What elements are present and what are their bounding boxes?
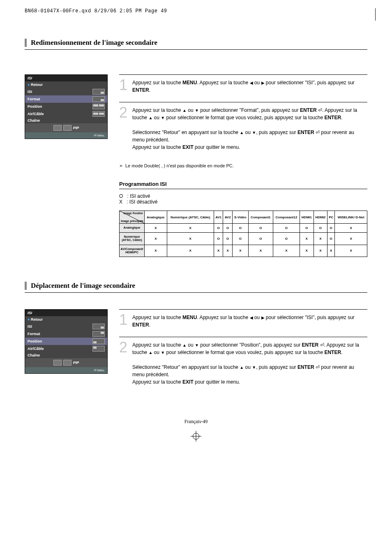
t: ou xyxy=(253,80,261,86)
key-exit: EXIT xyxy=(182,144,194,150)
cell: X xyxy=(145,233,167,245)
enter-icon: ⏎ xyxy=(320,342,324,348)
right-arrow-icon: ▶ xyxy=(261,80,265,86)
t: , puis appuyez sur xyxy=(256,364,297,370)
row-h: Numérique (ATSC, Câble) xyxy=(120,233,145,245)
osd-item-label: Air/Câble xyxy=(28,112,91,116)
registration-mark-icon xyxy=(193,433,199,440)
osd-item: Air/Câble xyxy=(25,110,107,118)
col-h: PC xyxy=(327,211,335,224)
cell: O xyxy=(327,233,335,245)
rule xyxy=(25,49,367,50)
osd-item-label: ISI xyxy=(28,90,91,94)
step-1: 1 Appuyez sur la touche MENU. Appuyez su… xyxy=(119,309,367,337)
t: . xyxy=(149,322,150,328)
t: pour sélectionner "ISI", puis appuyez su… xyxy=(265,80,355,86)
t: Appuyez sur la touche xyxy=(132,379,182,385)
col-h: HDMI2 xyxy=(314,211,327,224)
osd-footer: ⏎ Intro. xyxy=(25,367,107,373)
up-arrow-icon: ▲ xyxy=(148,115,152,121)
osd-item-label: Chaîne xyxy=(28,353,105,357)
cell: O xyxy=(314,224,327,233)
compat-table: Image Fenêtre Image principale Analogiqu… xyxy=(119,211,367,257)
step-2: 2 Appuyez sur la touche ▲ ou ▼ pour séle… xyxy=(119,337,367,394)
rule xyxy=(119,189,367,189)
note-text: Le mode Double( , ) n'est pas disponible… xyxy=(125,163,234,168)
col-h: Composant1 xyxy=(248,211,273,224)
key-menu: MENU xyxy=(182,80,197,86)
cell: O xyxy=(248,233,273,245)
osd-return: ● Retour xyxy=(25,316,107,323)
osd-item: ISI xyxy=(25,323,107,330)
row-h: Analogique xyxy=(120,224,145,233)
osd-header: ISI xyxy=(25,75,107,81)
key-enter: ENTER xyxy=(324,350,341,355)
cell: O xyxy=(214,233,223,245)
step-number: 1 xyxy=(119,76,127,94)
osd-item-label: Chaîne xyxy=(28,118,105,123)
right-arrow-icon: ▶ xyxy=(261,315,265,321)
col-h: AV1 xyxy=(214,211,223,224)
section2-title: Déplacement de l'image secondaire xyxy=(25,282,367,290)
osd-item: Position xyxy=(25,103,107,110)
rule xyxy=(25,292,367,293)
cell: O xyxy=(300,224,314,233)
osd-item-label: ISI xyxy=(28,324,91,329)
osd-item-label: Position xyxy=(28,104,91,109)
t: ou xyxy=(253,315,261,320)
col-h: Composant12 xyxy=(273,211,300,224)
osd-header: ISI xyxy=(25,310,107,316)
legend: O : ISI activé X : ISI désactivé xyxy=(119,193,367,205)
key-menu: MENU xyxy=(182,315,197,320)
key-enter: ENTER xyxy=(324,115,341,120)
up-arrow-icon: ▲ xyxy=(148,350,152,356)
t: . Appuyez sur la touche xyxy=(197,315,249,320)
enter-icon: ⏎ xyxy=(316,130,320,135)
legend-x: : ISI désactivé xyxy=(127,199,157,205)
col-h: Numérique (ATSC, Câble) xyxy=(167,211,214,224)
key-enter: ENTER xyxy=(297,130,314,135)
t: Appuyez sur la touche xyxy=(132,144,182,150)
cell: X xyxy=(167,224,214,233)
col-h: Analogique xyxy=(145,211,167,224)
osd-pip-label: PIP xyxy=(73,126,79,130)
cell: O xyxy=(223,233,232,245)
up-arrow-icon: ▲ xyxy=(240,364,244,370)
t: pour quitter le menu. xyxy=(194,144,240,150)
prog-title: Programmation ISI xyxy=(119,181,367,187)
legend-o: : ISI activé xyxy=(127,193,150,199)
osd-pip-label: PIP xyxy=(73,361,79,365)
cell: O xyxy=(248,224,273,233)
step-2: 2 Appuyez sur la touche ▲ ou ▼ pour séle… xyxy=(119,102,367,159)
t: ou xyxy=(187,107,195,113)
t: pour sélectionner "Format", puis appuyez… xyxy=(199,107,300,113)
cell: X xyxy=(232,245,248,257)
cell: X xyxy=(314,233,327,245)
key-enter: ENTER xyxy=(132,322,149,328)
diag-top: Image Fenêtre xyxy=(124,212,143,215)
down-arrow-icon: ▼ xyxy=(252,130,256,136)
t: . xyxy=(149,87,150,93)
cell: X xyxy=(335,245,367,257)
cell: X xyxy=(300,233,314,245)
t: ou xyxy=(244,130,252,135)
osd-item: Chaîne xyxy=(25,352,107,358)
section1-title: Redimensionnement de l'image secondaire xyxy=(25,39,367,47)
up-arrow-icon: ▲ xyxy=(182,107,187,113)
cell: O xyxy=(232,224,248,233)
cell: X xyxy=(314,245,327,257)
t: pour sélectionner le format que vous vou… xyxy=(165,350,324,355)
cell: O xyxy=(273,233,300,245)
osd-item-selected: Position xyxy=(25,338,107,345)
key-enter: ENTER xyxy=(302,342,319,348)
t: Sélectionnez "Retour" en appuyant sur la… xyxy=(132,364,240,370)
osd-item-label: Air/Câble xyxy=(28,347,91,351)
row-h: AV/Composant/ HDMI/PC xyxy=(120,245,145,257)
t: Sélectionnez "Retour" en appuyant sur la… xyxy=(132,130,240,135)
up-arrow-icon: ▲ xyxy=(182,342,187,348)
osd-item: Air/Câble xyxy=(25,345,107,352)
cell: X xyxy=(273,245,300,257)
diag-header: Image Fenêtre Image principale xyxy=(120,211,145,224)
cell: X xyxy=(335,224,367,233)
left-arrow-icon: ◀ xyxy=(250,315,253,321)
